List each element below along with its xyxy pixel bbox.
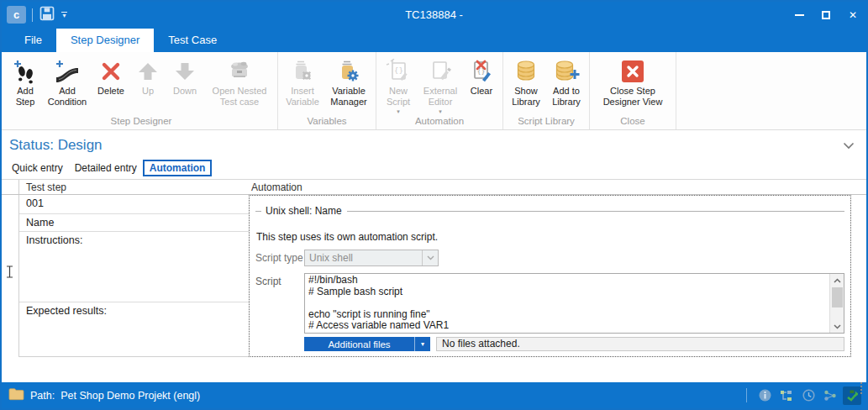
collapse-chevron-icon[interactable]: [843, 138, 855, 153]
test-step-name-cell[interactable]: Name: [19, 214, 249, 232]
ribbon-group-label: Variables: [281, 114, 373, 129]
save-icon[interactable]: [39, 5, 55, 25]
up-button[interactable]: Up: [130, 55, 166, 97]
instructions-input-cell[interactable]: [19, 250, 249, 302]
clear-label: Clear: [471, 86, 492, 97]
ribbon-group-label: Step Designer: [8, 114, 275, 129]
scrollbar-track[interactable]: [830, 286, 844, 320]
new-script-dropdown-icon[interactable]: ▾: [397, 108, 400, 114]
close-button[interactable]: ✕: [839, 4, 866, 25]
insert-variable-label: Insert Variable: [283, 86, 322, 108]
column-header-test-step: Test step: [19, 180, 249, 194]
close-step-designer-view-label: Close Step Designer View: [597, 86, 669, 108]
tab-quick-entry[interactable]: Quick entry: [6, 160, 69, 176]
qat-customize-chevron-icon[interactable]: ▾: [61, 12, 67, 18]
external-editor-button[interactable]: External Editor ▾: [418, 55, 463, 114]
hierarchy-icon[interactable]: [777, 386, 796, 405]
expected-results-input-cell[interactable]: [19, 320, 249, 356]
scrollbar-thumb[interactable]: [832, 287, 843, 308]
variable-manager-label: Variable Manager: [327, 86, 371, 108]
insert-variable-icon: [290, 57, 315, 86]
test-step-column: 001 Name Instructions: Expected results:: [19, 195, 249, 357]
svg-text:{}: {}: [476, 68, 485, 76]
scrollbar-up-icon[interactable]: [830, 274, 844, 286]
add-step-label: Add Step: [10, 86, 40, 108]
instructions-label-cell[interactable]: Instructions:: [19, 232, 249, 250]
info-icon[interactable]: [755, 386, 774, 405]
new-script-icon: {}: [386, 57, 411, 86]
row-gutter: [2, 195, 19, 357]
minimize-button[interactable]: [786, 4, 813, 25]
insert-variable-button[interactable]: Insert Variable: [281, 55, 324, 108]
scrollbar-down-icon[interactable]: [830, 320, 844, 333]
history-icon[interactable]: [799, 386, 818, 405]
external-editor-dropdown-icon[interactable]: ▾: [439, 108, 442, 114]
splitter-handle[interactable]: [860, 382, 862, 394]
down-arrow-icon: [173, 57, 197, 86]
ribbon-group-close: Close Step Designer View Close: [590, 52, 676, 129]
down-label: Down: [173, 86, 197, 97]
tab-file[interactable]: File: [10, 29, 56, 52]
script-textarea[interactable]: #!/bin/bash # Sample bash script echo "s…: [304, 273, 844, 334]
show-library-label: Show Library: [508, 86, 544, 108]
ibeam-cursor: [6, 265, 13, 281]
ribbon-group-label: Close: [592, 114, 673, 129]
external-editor-icon: [428, 57, 453, 86]
tab-automation[interactable]: Automation: [143, 160, 213, 176]
window-title: TC138884 -: [94, 8, 774, 21]
test-step-number-cell[interactable]: 001: [19, 195, 249, 214]
maximize-button[interactable]: [813, 4, 839, 25]
folder-icon: [8, 387, 24, 404]
close-step-designer-view-button[interactable]: Close Step Designer View: [594, 55, 671, 108]
add-to-library-icon: [553, 57, 580, 86]
show-library-icon: [513, 57, 539, 86]
expected-results-label-cell[interactable]: Expected results:: [19, 302, 249, 320]
path-label: Path:: [30, 390, 55, 402]
show-library-button[interactable]: Show Library: [506, 55, 546, 108]
open-nested-test-case-label: Open Nested Test case: [207, 86, 272, 108]
up-label: Up: [142, 86, 154, 97]
additional-files-button[interactable]: Additional files ▾: [304, 337, 430, 351]
entry-tab-bar: Quick entry Detailed entry Automation: [2, 154, 866, 176]
ribbon: Add Step Add Condition Delete: [2, 52, 866, 130]
add-condition-button[interactable]: Add Condition: [43, 55, 92, 108]
add-step-icon: [13, 57, 38, 86]
step-table: Test step Automation 001 Name Instructio…: [2, 179, 866, 357]
path-value: Pet Shop Demo Projekt (engl): [60, 390, 746, 402]
clear-button[interactable]: {} Clear: [463, 55, 500, 97]
up-arrow-icon: [136, 57, 160, 86]
additional-files-dropdown-icon[interactable]: ▾: [414, 337, 430, 351]
add-to-library-label: Add to Library: [549, 86, 584, 108]
main-content: Status: Design Quick entry Detailed entr…: [2, 130, 866, 382]
open-nested-test-case-button[interactable]: Open Nested Test case: [204, 55, 275, 108]
svg-text:{}: {}: [394, 66, 403, 75]
close-step-designer-view-icon: [620, 57, 645, 86]
script-content[interactable]: #!/bin/bash # Sample bash script echo "s…: [305, 274, 829, 333]
quick-access-toolbar: c ▾: [2, 5, 94, 25]
app-icon[interactable]: c: [7, 6, 26, 24]
new-script-button[interactable]: {} New Script ▾: [379, 55, 418, 114]
share-icon[interactable]: [821, 386, 839, 405]
ribbon-group-variables: Insert Variable Variable Manager Variabl…: [278, 52, 376, 129]
tab-step-designer[interactable]: Step Designer: [56, 29, 154, 52]
tab-detailed-entry[interactable]: Detailed entry: [69, 160, 143, 176]
delete-button[interactable]: Delete: [92, 55, 130, 97]
ribbon-group-step-designer: Add Step Add Condition Delete: [5, 52, 278, 129]
new-script-label: New Script: [381, 86, 415, 108]
tab-test-case[interactable]: Test Case: [154, 29, 231, 52]
app-window: c ▾ TC138884 - ✕ File Step Designer Test…: [0, 0, 868, 410]
script-label: Script: [255, 273, 304, 287]
network-status-icon[interactable]: [843, 386, 861, 405]
down-button[interactable]: Down: [166, 55, 204, 97]
add-step-button[interactable]: Add Step: [8, 55, 43, 108]
additional-files-label: Additional files: [304, 339, 414, 350]
script-type-value: Unix shell: [305, 252, 422, 264]
script-type-select[interactable]: Unix shell: [304, 250, 439, 266]
status-bar-icons: [746, 386, 861, 405]
add-to-library-button[interactable]: Add to Library: [546, 55, 587, 108]
status-bar: Path: Pet Shop Demo Projekt (engl): [2, 382, 866, 408]
script-groupbox-title: Unix shell: Name: [266, 205, 342, 217]
status-heading: Status: Design: [9, 137, 843, 154]
script-scrollbar[interactable]: [829, 274, 844, 333]
variable-manager-button[interactable]: Variable Manager: [324, 55, 373, 108]
